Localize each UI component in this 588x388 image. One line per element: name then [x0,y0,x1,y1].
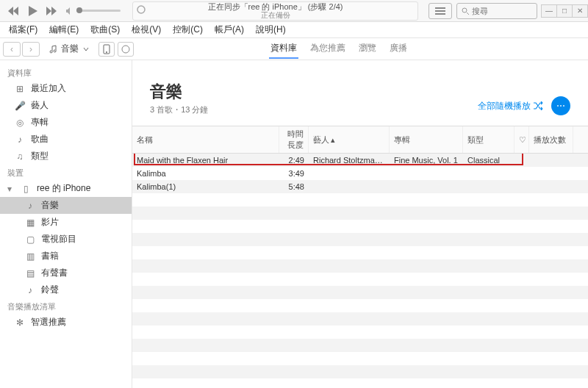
status-line2: 正在備份 [208,11,343,19]
col-genre[interactable]: 類型 [463,126,514,153]
content-header: 音樂 3 首歌・13 分鐘 全部隨機播放 ⋯ [132,60,588,126]
book-icon: ▥ [25,251,35,262]
search-box[interactable] [456,3,537,19]
library-selector[interactable]: 音樂 [44,40,93,57]
menu-control[interactable]: 控制(C) [168,22,207,37]
col-plays[interactable]: 播放次數 [529,126,573,153]
sort-asc-icon: ▴ [331,135,335,145]
menu-help[interactable]: 說明(H) [251,22,290,37]
page-title: 音樂 [150,81,208,103]
sidebar-item-recent[interactable]: ⊞最近加入 [0,80,132,97]
device-button[interactable] [98,42,115,57]
sidebar-item-albums[interactable]: ◎專輯 [0,114,132,131]
table-row[interactable]: Maid with the Flaxen Hair 2:49 Richard S… [132,154,588,167]
menu-song[interactable]: 歌曲(S) [86,22,124,37]
sidebar-item-device[interactable]: ▾▯ree 的 iPhone [0,180,132,197]
sidebar-item-device-movies[interactable]: ▦影片 [0,214,132,231]
shuffle-all-button[interactable]: 全部隨機播放 [478,100,544,112]
status-panel: 正在同步「ree 的 iPhone」 (步驟 2/4) 正在備份 [132,1,418,21]
sidebar-item-device-ringtones[interactable]: ♪鈴聲 [0,281,132,298]
library-selector-label: 音樂 [61,43,79,55]
col-name[interactable]: 名稱 [132,126,279,153]
content-area: 音樂 3 首歌・13 分鐘 全部隨機播放 ⋯ 名稱 時間長度 藝人▴ 專輯 類型… [132,60,588,388]
phone-icon: ▯ [21,184,31,194]
playback-controls [0,4,126,18]
chevron-down-icon [83,46,89,52]
gear-icon: ✻ [15,317,25,328]
maximize-button[interactable]: □ [556,4,573,18]
menu-bar: 檔案(F) 編輯(E) 歌曲(S) 檢視(V) 控制(C) 帳戶(A) 說明(H… [0,22,588,38]
list-view-button[interactable] [429,3,452,19]
sidebar-header-devices: 裝置 [0,165,132,180]
play-button[interactable] [25,4,40,18]
sidebar: 資料庫 ⊞最近加入 🎤藝人 ◎專輯 ♪歌曲 ♫類型 裝置 ▾▯ree 的 iPh… [0,60,132,388]
status-line1: 正在同步「ree 的 iPhone」 (步驟 2/4) [208,2,343,11]
next-button[interactable] [44,4,59,18]
page-subtitle: 3 首歌・13 分鐘 [150,104,208,115]
volume-slider[interactable] [66,7,121,15]
guitar-icon: ♫ [15,151,25,162]
tab-foryou[interactable]: 為您推薦 [309,39,347,59]
tab-radio[interactable]: 廣播 [388,39,409,59]
music-note-icon [49,45,58,54]
more-actions-button[interactable]: ⋯ [551,96,570,115]
note-icon: ♪ [15,134,25,145]
menu-file[interactable]: 檔案(F) [4,22,42,37]
table-row[interactable]: Kalimba 3:49 [132,167,588,180]
clock-plus-icon: ⊞ [15,84,25,94]
sync-icon [136,4,146,17]
note-icon: ♪ [25,201,35,211]
sidebar-item-device-audiobooks[interactable]: ▤有聲書 [0,265,132,281]
menu-view[interactable]: 檢視(V) [127,22,165,37]
disc-icon: ◎ [15,118,25,128]
minimize-button[interactable]: — [541,4,557,18]
back-button[interactable]: ‹ [3,42,21,57]
close-button[interactable]: ✕ [572,4,588,18]
col-album[interactable]: 專輯 [390,126,463,153]
svg-point-2 [106,51,107,53]
col-time[interactable]: 時間長度 [279,126,309,153]
shuffle-icon [534,101,544,110]
eject-button[interactable] [118,42,134,57]
bell-icon: ♪ [25,285,35,295]
disclosure-icon: ▾ [7,184,12,194]
audiobook-icon: ▤ [25,268,35,279]
film-icon: ▦ [25,218,35,228]
tab-library[interactable]: 資料庫 [269,39,298,59]
sidebar-item-device-music[interactable]: ♪音樂 [0,197,132,214]
sidebar-item-genres[interactable]: ♫類型 [0,148,132,165]
table-row[interactable]: Kalimba(1) 5:48 [132,180,588,193]
window-controls: — □ ✕ [542,4,588,18]
toolbar: ‹ › 音樂 資料庫 為您推薦 瀏覽 廣播 [0,38,588,60]
svg-point-3 [122,46,129,53]
sidebar-item-songs[interactable]: ♪歌曲 [0,131,132,148]
svg-point-0 [462,8,467,12]
sidebar-item-device-books[interactable]: ▥書籍 [0,248,132,265]
search-input[interactable] [472,7,531,15]
tab-browse[interactable]: 瀏覽 [357,39,378,59]
table-header: 名稱 時間長度 藝人▴ 專輯 類型 ♡ 播放次數 [132,126,588,154]
col-love[interactable]: ♡ [514,126,529,153]
search-icon [462,7,469,15]
sidebar-item-device-tv[interactable]: ▢電視節目 [0,231,132,248]
prev-button[interactable] [6,4,21,18]
menu-edit[interactable]: 編輯(E) [45,22,83,37]
sidebar-header-playlists: 音樂播放清單 [0,298,132,314]
sidebar-item-genius[interactable]: ✻智選推薦 [0,314,132,331]
sidebar-item-artists[interactable]: 🎤藝人 [0,97,132,114]
speaker-icon [66,7,74,15]
sidebar-header-library: 資料庫 [0,65,132,80]
menu-account[interactable]: 帳戶(A) [210,22,248,37]
table-body[interactable]: Maid with the Flaxen Hair 2:49 Richard S… [132,154,588,388]
mic-icon: 🎤 [15,101,25,111]
tv-icon: ▢ [25,234,35,245]
view-tabs: 資料庫 為您推薦 瀏覽 廣播 [269,39,409,59]
forward-button[interactable]: › [22,42,40,57]
col-artist[interactable]: 藝人▴ [309,126,390,153]
top-bar: 正在同步「ree 的 iPhone」 (步驟 2/4) 正在備份 — □ ✕ [0,0,588,22]
